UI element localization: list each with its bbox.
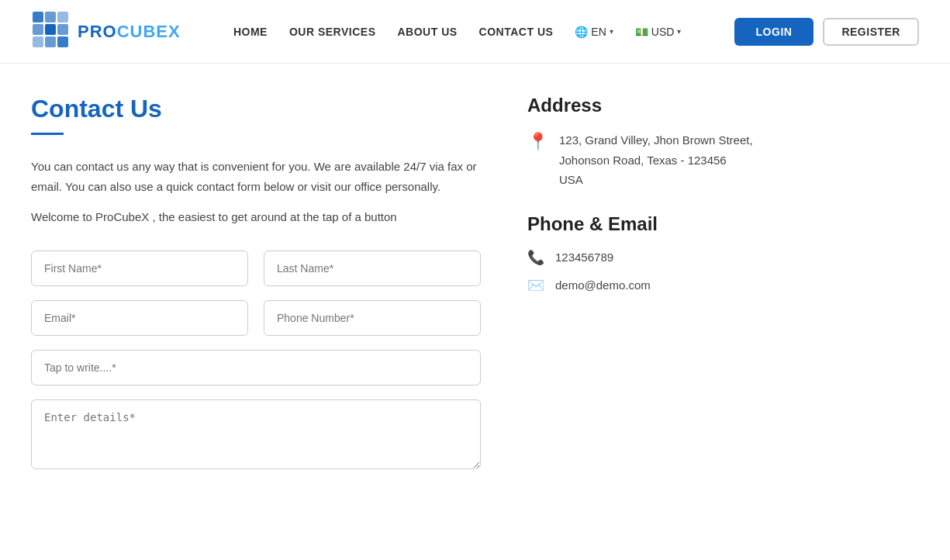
email-phone-row [31, 300, 481, 336]
left-column: Contact Us You can contact us any way th… [31, 95, 481, 486]
svg-rect-3 [33, 24, 43, 35]
page-title: Contact Us [31, 95, 481, 123]
email-input[interactable] [31, 300, 248, 336]
address-block: 📍 123, Grand Villey, Jhon Brown Street, … [527, 130, 791, 190]
currency-flag: 💵 [635, 26, 648, 38]
login-button[interactable]: LOGIN [734, 18, 814, 46]
svg-rect-1 [45, 12, 56, 22]
first-name-input[interactable] [31, 251, 248, 286]
phone-item: 📞 123456789 [527, 249, 791, 266]
language-label: EN [591, 26, 606, 38]
nav-our-services[interactable]: OUR SERVICES [289, 26, 376, 38]
email-icon: ✉️ [527, 277, 544, 294]
svg-rect-0 [33, 12, 43, 22]
contact-form [31, 251, 481, 472]
chevron-down-icon: ▾ [610, 27, 613, 36]
right-column: Address 📍 123, Grand Villey, Jhon Brown … [527, 95, 791, 486]
phone-email-section-title: Phone & Email [527, 213, 791, 235]
language-selector[interactable]: 🌐 EN ▾ [575, 26, 613, 38]
map-pin-icon: 📍 [527, 132, 548, 152]
welcome-paragraph: Welcome to ProCubeX , the easiest to get… [31, 207, 481, 227]
intro-paragraph: You can contact us any way that is conve… [31, 157, 481, 196]
address-line3: USA [559, 170, 753, 190]
last-name-group [264, 251, 481, 286]
logo-icon [31, 10, 70, 53]
header-actions: LOGIN REGISTER [734, 18, 919, 46]
title-underline [31, 133, 64, 135]
tap-row [31, 350, 481, 385]
logo-text: PROCUBEX [78, 22, 181, 41]
currency-label: USD [651, 26, 675, 38]
svg-rect-5 [57, 24, 68, 35]
first-name-group [31, 251, 248, 286]
main-content: Contact Us You can contact us any way th… [0, 64, 950, 533]
svg-rect-8 [57, 36, 68, 47]
email-value: demo@demo.com [555, 278, 651, 292]
name-row [31, 251, 481, 286]
nav-about-us[interactable]: ABOUT US [397, 26, 457, 38]
details-textarea[interactable] [31, 399, 481, 469]
last-name-input[interactable] [264, 251, 481, 286]
svg-rect-2 [57, 12, 68, 22]
svg-rect-6 [33, 36, 43, 47]
svg-rect-4 [45, 24, 56, 35]
header: PROCUBEX HOME OUR SERVICES ABOUT US CONT… [0, 0, 950, 64]
address-line1: 123, Grand Villey, Jhon Brown Street, [559, 130, 753, 150]
phone-input[interactable] [264, 300, 481, 336]
details-row [31, 399, 481, 472]
nav-contact-us[interactable]: CONTACT US [479, 26, 554, 38]
nav-home[interactable]: HOME [233, 26, 268, 38]
tap-input[interactable] [31, 350, 481, 385]
currency-selector[interactable]: 💵 USD ▾ [635, 26, 682, 38]
email-item: ✉️ demo@demo.com [527, 277, 791, 294]
svg-rect-7 [45, 36, 56, 47]
email-group [31, 300, 248, 336]
register-button[interactable]: REGISTER [823, 18, 919, 46]
address-text: 123, Grand Villey, Jhon Brown Street, Jo… [559, 130, 753, 190]
logo[interactable]: PROCUBEX [31, 10, 181, 53]
phone-group [264, 300, 481, 336]
chevron-down-icon-2: ▾ [677, 27, 681, 36]
phone-icon: 📞 [527, 249, 544, 266]
main-nav: HOME OUR SERVICES ABOUT US CONTACT US 🌐 … [233, 26, 681, 38]
language-flag: 🌐 [575, 26, 588, 38]
address-line2: Johonson Road, Texas - 123456 [559, 150, 753, 171]
phone-value: 123456789 [555, 251, 613, 264]
address-section-title: Address [527, 95, 791, 116]
